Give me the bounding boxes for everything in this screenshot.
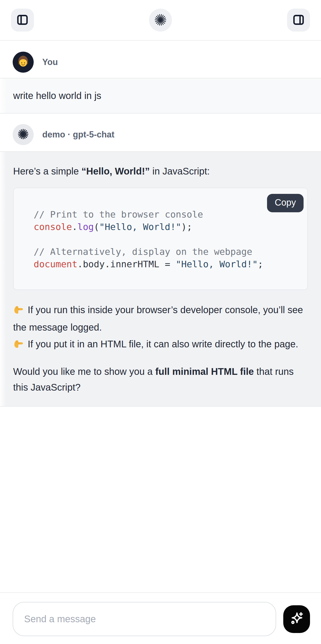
point-right-emoji [13, 338, 24, 354]
composer-bar [0, 592, 321, 644]
sparkle-icon [289, 611, 305, 627]
code-block: Copy // Print to the browser consolecons… [13, 188, 308, 290]
assistant-sender-name: demo · gpt-5-chat [42, 130, 114, 140]
point-right-emoji [13, 304, 24, 319]
top-bar [0, 0, 321, 41]
assistant-avatar [13, 124, 34, 145]
sidebar-toggle-button[interactable] [11, 8, 34, 32]
user-sender-name: You [42, 57, 58, 67]
assistant-sender-row: demo · gpt-5-chat [0, 114, 321, 151]
send-button[interactable] [283, 605, 310, 633]
assistant-paragraphs: If you run this inside your browser’s de… [13, 302, 308, 395]
panel-right-icon [292, 14, 305, 27]
user-message-text: write hello world in js [13, 90, 101, 101]
assistant-paragraph: If you put it in an HTML file, it can al… [13, 336, 308, 354]
panel-left-icon [16, 14, 29, 27]
code-content: // Print to the browser consoleconsole.l… [34, 208, 298, 270]
copy-button[interactable]: Copy [267, 194, 304, 212]
starburst-icon [154, 13, 167, 27]
user-message: write hello world in js [0, 78, 321, 114]
assistant-intro: Here’s a simple “Hello, World!” in JavaS… [13, 163, 308, 179]
starburst-icon [17, 128, 29, 141]
message-input[interactable] [13, 602, 276, 636]
point-right-emoji [13, 304, 24, 315]
user-avatar [13, 52, 34, 73]
person-emoji-icon [15, 54, 31, 70]
right-panel-toggle-button[interactable] [287, 8, 310, 32]
user-sender-row: You [0, 41, 321, 78]
model-menu-button[interactable] [149, 8, 172, 32]
assistant-message: Here’s a simple “Hello, World!” in JavaS… [0, 151, 321, 406]
assistant-paragraph: If you run this inside your browser’s de… [13, 302, 308, 335]
assistant-paragraph: Would you like me to show you a full min… [13, 364, 308, 395]
point-right-emoji [13, 338, 24, 349]
